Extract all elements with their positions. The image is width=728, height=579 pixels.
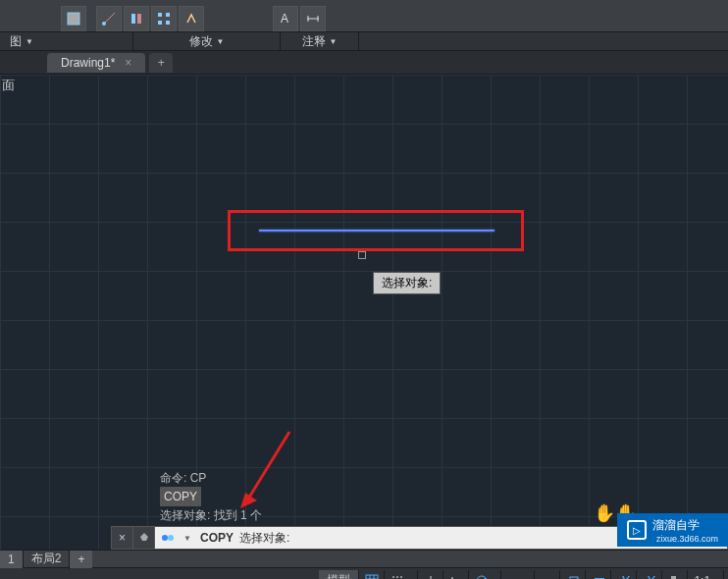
drawing-canvas[interactable]: 面 选择对象: 命令: CP COPY 选择对象: 找到 1 个 × ▼ COP…: [0, 75, 728, 550]
svg-point-23: [400, 576, 402, 578]
chevron-down-icon: ▼: [26, 37, 33, 46]
ortho-toggle[interactable]: [445, 570, 469, 580]
svg-rect-3: [137, 14, 141, 24]
panel-label: 修改: [189, 33, 213, 50]
side-label: 面: [2, 77, 15, 94]
svg-rect-36: [671, 576, 676, 580]
ribbon-tool-1[interactable]: [61, 6, 86, 31]
close-icon[interactable]: ×: [125, 56, 131, 70]
layout-tabs: 1 布局2 +: [0, 550, 728, 567]
panel-label: 图: [10, 33, 22, 50]
watermark-url: zixue.3d66.com: [656, 534, 718, 544]
ribbon-tool-3[interactable]: [124, 6, 149, 31]
svg-point-14: [162, 535, 168, 541]
command-prompt: 选择对象:: [239, 530, 289, 547]
divider: |: [420, 570, 443, 580]
grid-toggle[interactable]: [361, 570, 385, 580]
selected-line[interactable]: [259, 230, 494, 232]
status-bar: 模型 ▼ | ▼ ▼ X X 1:1 ▼: [0, 567, 728, 579]
ribbon-tool-2[interactable]: [96, 6, 122, 31]
panel-annotate[interactable]: 注释 ▼: [281, 32, 359, 50]
svg-rect-2: [131, 14, 135, 24]
model-button[interactable]: 模型: [319, 570, 359, 580]
svg-rect-7: [166, 21, 170, 25]
watermark-brand: 溜溜自学: [652, 517, 718, 534]
add-tab-button[interactable]: +: [149, 53, 173, 73]
svg-text:A: A: [281, 12, 288, 26]
add-layout-button[interactable]: +: [70, 551, 92, 568]
copy-command-label: COPY: [160, 487, 201, 506]
customize-cmdline-button[interactable]: [133, 527, 155, 549]
panel-label: 注释: [302, 33, 326, 50]
chevron-down-icon: ▼: [330, 37, 338, 46]
status-toggle-b[interactable]: [588, 570, 611, 580]
status-toggle-c[interactable]: X: [613, 570, 637, 580]
svg-point-21: [392, 576, 394, 578]
watermark: ▷ 溜溜自学 zixue.3d66.com: [617, 513, 728, 547]
status-toggle-d[interactable]: X: [639, 570, 662, 580]
svg-point-1: [102, 22, 106, 26]
svg-rect-4: [158, 13, 162, 17]
isodraft-toggle[interactable]: ▼: [503, 570, 535, 580]
svg-point-22: [396, 576, 398, 578]
scale-button[interactable]: 1:1 ▼: [690, 570, 724, 580]
svg-rect-0: [68, 13, 79, 25]
snap-toggle[interactable]: ▼: [387, 570, 418, 580]
panel-modify[interactable]: 修改 ▼: [133, 32, 281, 50]
ribbon-text-tool[interactable]: A: [273, 6, 298, 31]
ribbon-tool-5[interactable]: [179, 6, 204, 31]
layout-tab-2[interactable]: 布局2: [24, 549, 71, 569]
grip-handle[interactable]: [358, 251, 366, 259]
command-history: 命令: CP COPY 选择对象: 找到 1 个: [160, 469, 262, 524]
ribbon-tool-4[interactable]: [151, 6, 177, 31]
transparency-toggle[interactable]: [664, 570, 688, 580]
close-cmdline-button[interactable]: ×: [112, 527, 133, 549]
document-tabs: Drawing1* × +: [0, 51, 728, 75]
svg-rect-5: [166, 13, 170, 17]
command-text: COPY: [200, 531, 234, 545]
file-tab[interactable]: Drawing1* ×: [47, 53, 145, 73]
layout-tab-1[interactable]: 1: [0, 551, 24, 568]
status-toggle-a[interactable]: [562, 570, 586, 580]
panel-drawing[interactable]: 图 ▼: [0, 32, 133, 50]
ribbon-dim-tool[interactable]: [300, 6, 326, 31]
panel-bar: 图 ▼ 修改 ▼ 注释 ▼: [0, 31, 728, 51]
svg-rect-6: [158, 21, 162, 25]
chevron-down-icon: ▼: [217, 37, 225, 46]
polar-toggle[interactable]: ▼: [471, 570, 502, 580]
play-icon: ▷: [627, 520, 647, 540]
ribbon-toolbar: A: [0, 0, 728, 31]
tab-label: Drawing1*: [61, 56, 115, 70]
svg-point-15: [168, 535, 174, 541]
chevron-down-icon[interactable]: ▼: [181, 531, 194, 545]
osnap-btn[interactable]: [537, 570, 560, 580]
input-prompt-icon: [161, 531, 175, 545]
cursor-tooltip: 选择对象:: [373, 272, 441, 294]
